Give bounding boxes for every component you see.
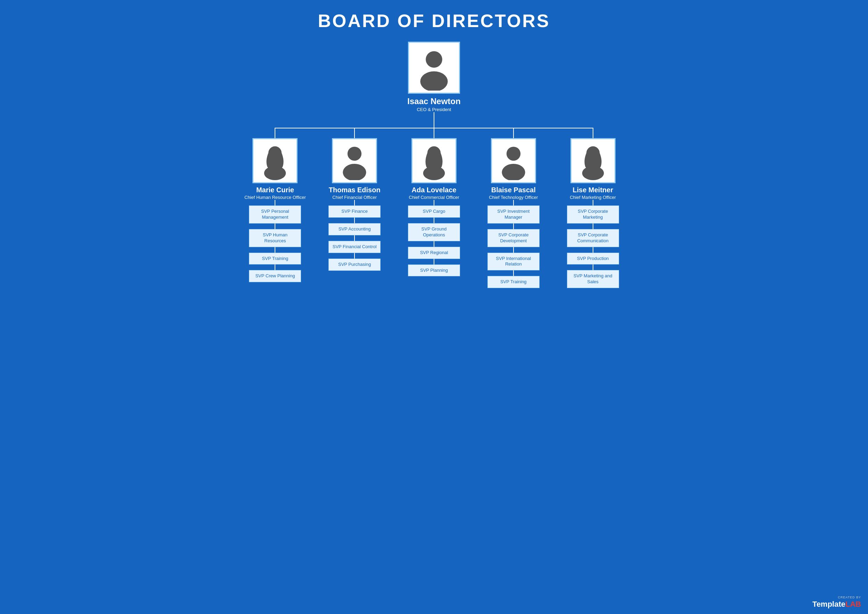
svp-conn-1-marie <box>275 223 275 229</box>
top-h-line <box>275 128 593 129</box>
card-blaise-pascal: Blaise Pascal Chief Technology Officer <box>489 138 538 200</box>
avatar-blaise-pascal <box>491 138 536 183</box>
svp-box-ada-0: SVP Cargo <box>408 205 460 218</box>
level2-row: Marie Curie Chief Human Resource Officer… <box>235 128 633 288</box>
svp-list-thomas: SVP Finance SVP Accounting SVP Financial… <box>328 200 380 271</box>
avatar-icon-blaise <box>494 141 533 180</box>
svp-list-lise: SVP Corporate Marketing SVP Corporate Co… <box>567 200 619 288</box>
avatar-marie-curie <box>252 138 298 183</box>
ceo-avatar-icon <box>411 45 457 91</box>
avatar-icon-marie <box>256 141 294 180</box>
branch-thomas-edison: Thomas Edison Chief Financial Officer SV… <box>315 128 394 271</box>
svp-box-marie-3: SVP Crew Planning <box>249 270 301 282</box>
svp-box-marie-2: SVP Training <box>249 253 301 265</box>
card-marie-curie: Marie Curie Chief Human Resource Officer <box>244 138 306 200</box>
svp-conn-3-marie <box>275 265 275 270</box>
ceo-level: Isaac Newton CEO & President <box>407 42 460 128</box>
svp-box-thomas-3: SVP Purchasing <box>328 259 380 271</box>
branch-line-lise <box>593 128 593 138</box>
svp-box-blaise-1: SVP Corporate Development <box>488 229 540 247</box>
svp-box-marie-0: SVP Personal Management <box>249 205 301 223</box>
watermark-created-label: CREATED BY <box>838 595 861 599</box>
card-thomas-edison: Thomas Edison Chief Financial Officer <box>329 138 380 200</box>
ceo-connector-line <box>434 112 434 128</box>
name-marie-curie: Marie Curie <box>256 186 294 194</box>
svp-box-lise-2: SVP Production <box>567 253 619 265</box>
watermark-template-text: Template <box>812 600 845 608</box>
ceo-title: CEO & President <box>417 107 451 112</box>
svg-point-2 <box>420 71 447 91</box>
horizontal-bar-wrapper: Marie Curie Chief Human Resource Officer… <box>208 128 660 288</box>
avatar-icon-ada <box>415 141 453 180</box>
svp-box-blaise-2: SVP International Relation <box>488 253 540 271</box>
svp-box-ada-3: SVP Planning <box>408 265 460 277</box>
title-ada-lovelace: Chief Commercial Officer <box>409 195 460 200</box>
svp-box-thomas-0: SVP Finance <box>328 205 380 218</box>
branch-line-marie <box>275 128 275 138</box>
watermark-brand: TemplateLAB <box>812 600 861 609</box>
card-lise-meitner: Lise Meitner Chief Marketing Officer <box>570 138 616 200</box>
svg-point-8 <box>343 164 366 180</box>
svp-box-blaise-0: SVP Investment Manager <box>488 205 540 223</box>
svp-box-lise-0: SVP Corporate Marketing <box>567 205 619 223</box>
svp-box-ada-2: SVP Regional <box>408 247 460 259</box>
title-blaise-pascal: Chief Technology Officer <box>489 195 538 200</box>
name-ada-lovelace: Ada Lovelace <box>412 186 457 194</box>
watermark: CREATED BY TemplateLAB <box>812 595 861 609</box>
svg-point-13 <box>506 147 520 161</box>
ceo-name: Isaac Newton <box>407 96 460 106</box>
svp-conn-0-marie <box>275 200 275 205</box>
page-title: BOARD OF DIRECTORS <box>318 11 550 31</box>
branch-blaise-pascal: Blaise Pascal Chief Technology Officer S… <box>474 128 553 288</box>
svg-point-17 <box>582 166 604 180</box>
svg-point-11 <box>423 166 445 180</box>
svp-box-marie-1: SVP Human Resources <box>249 229 301 247</box>
avatar-icon-lise <box>574 141 612 180</box>
svp-list-blaise: SVP Investment Manager SVP Corporate Dev… <box>488 200 540 288</box>
avatar-ada-lovelace <box>411 138 457 183</box>
svp-box-lise-1: SVP Corporate Communication <box>567 229 619 247</box>
branch-line-blaise <box>513 128 514 138</box>
title-thomas-edison: Chief Financial Officer <box>332 195 377 200</box>
svp-box-thomas-2: SVP Financial Control <box>328 241 380 253</box>
title-marie-curie: Chief Human Resource Officer <box>244 195 306 200</box>
card-ada-lovelace: Ada Lovelace Chief Commercial Officer <box>409 138 460 200</box>
svp-box-blaise-3: SVP Training <box>488 276 540 288</box>
avatar-thomas-edison <box>332 138 377 183</box>
branch-line-ada <box>434 128 434 138</box>
ceo-avatar-box <box>408 42 460 94</box>
svp-box-lise-3: SVP Marketing and Sales <box>567 270 619 288</box>
watermark-lab-text: LAB <box>845 600 861 608</box>
svg-point-5 <box>264 166 286 180</box>
svp-list-marie: SVP Personal Management SVP Human Resour… <box>249 200 301 282</box>
branch-line-thomas <box>354 128 355 138</box>
svp-box-ada-1: SVP Ground Operations <box>408 223 460 241</box>
svp-box-thomas-1: SVP Accounting <box>328 223 380 235</box>
name-thomas-edison: Thomas Edison <box>329 186 380 194</box>
branch-marie-curie: Marie Curie Chief Human Resource Officer… <box>235 128 315 282</box>
name-lise-meitner: Lise Meitner <box>573 186 613 194</box>
title-lise-meitner: Chief Marketing Officer <box>570 195 616 200</box>
ceo-card: Isaac Newton CEO & President <box>407 42 460 112</box>
svp-conn-2-marie <box>275 247 275 253</box>
branch-lise-meitner: Lise Meitner Chief Marketing Officer SVP… <box>553 128 633 288</box>
branch-ada-lovelace: Ada Lovelace Chief Commercial Officer SV… <box>394 128 474 276</box>
org-chart: BOARD OF DIRECTORS Isaac Newton CEO & Pr… <box>7 11 861 288</box>
svg-point-1 <box>425 51 443 68</box>
avatar-icon-thomas <box>335 141 374 180</box>
svp-list-ada: SVP Cargo SVP Ground Operations SVP Regi… <box>408 200 460 276</box>
avatar-lise-meitner <box>570 138 616 183</box>
name-blaise-pascal: Blaise Pascal <box>491 186 536 194</box>
svg-point-7 <box>348 147 362 161</box>
svg-point-14 <box>502 164 525 180</box>
